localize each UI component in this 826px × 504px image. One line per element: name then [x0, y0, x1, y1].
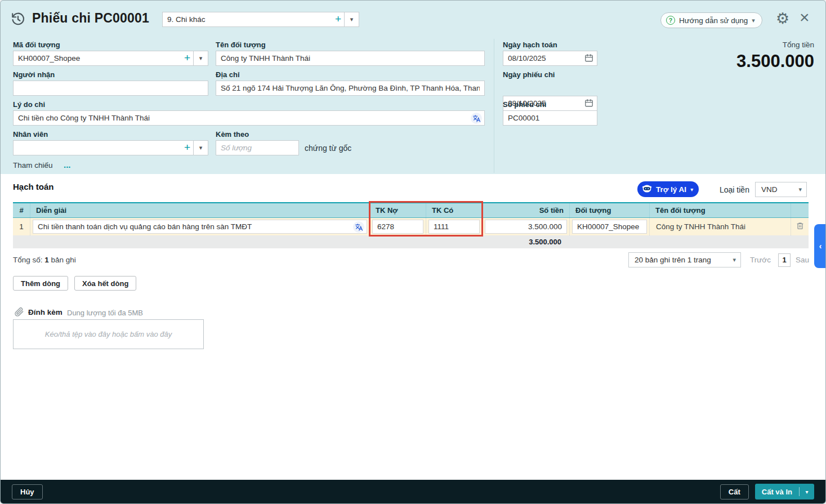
prev-page-button[interactable]: Trước — [750, 256, 771, 264]
col-debit-account-header: TK Nợ — [369, 203, 426, 217]
object-code-input[interactable] — [572, 220, 647, 234]
chevron-left-icon: ‹ — [819, 242, 822, 251]
paperclip-icon — [14, 306, 24, 319]
description-input[interactable] — [33, 220, 367, 234]
attached-docs-suffix: chứng từ gốc — [305, 144, 351, 153]
voucher-number-label: Số phiếu chi — [503, 100, 546, 109]
save-print-label: Cất và In — [755, 488, 799, 496]
table-header-row: # Diễn giải TK Nợ TK Có Số tiền Đối tượn… — [13, 202, 809, 218]
settings-icon[interactable]: ⚙ — [776, 11, 789, 26]
chevron-down-icon: ▾ — [798, 186, 802, 193]
record-count-value: 1 — [44, 256, 49, 264]
record-count: Tổng số: 1 bản ghi — [13, 256, 76, 264]
partner-name-label: Tên đối tượng — [216, 41, 266, 49]
table-total-row: 3.500.000 — [13, 235, 809, 248]
col-index-header: # — [13, 203, 30, 217]
debit-account-input[interactable] — [372, 220, 423, 234]
total-amount-value: 3.500.000 — [736, 51, 814, 72]
credit-account-input[interactable] — [428, 220, 480, 234]
delete-row-icon[interactable] — [796, 221, 805, 233]
next-page-button[interactable]: Sau — [796, 256, 809, 264]
receiver-input[interactable] — [13, 81, 208, 96]
record-count-label: Tổng số: — [13, 256, 43, 264]
voucher-number-input[interactable] — [503, 110, 597, 126]
current-page-box[interactable]: 1 — [778, 253, 791, 267]
object-name-text: Công ty TNHH Thành Thái — [652, 222, 745, 231]
voucher-type-input[interactable] — [162, 12, 345, 27]
calendar-icon[interactable] — [584, 99, 593, 110]
address-label: Địa chỉ — [216, 70, 240, 79]
attachment-hint: Dung lượng tối đa 5MB — [67, 309, 143, 317]
col-amount-header: Số tiền — [482, 203, 569, 217]
table-row: 1 Công ty TNHH Thành Thái — [13, 218, 809, 235]
question-icon: ? — [666, 16, 675, 25]
employee-dropdown-button[interactable]: ▾ — [194, 140, 208, 155]
partner-code-dropdown-button[interactable]: ▾ — [194, 51, 208, 66]
reference-more-link[interactable]: ... — [64, 160, 71, 170]
col-credit-account-header: TK Có — [426, 203, 482, 217]
attached-docs-label: Kèm theo — [216, 130, 249, 139]
add-partner-icon[interactable]: + — [184, 52, 190, 64]
translate-icon[interactable] — [471, 113, 482, 124]
partner-code-combo: + ▾ — [13, 51, 208, 66]
save-print-dropdown-icon[interactable]: ▾ — [800, 489, 814, 495]
add-employee-icon[interactable]: + — [184, 141, 190, 154]
chevron-down-icon: ▾ — [350, 16, 354, 23]
voucher-type-dropdown-button[interactable]: ▾ — [345, 12, 359, 27]
address-input[interactable] — [216, 81, 485, 96]
posting-date-label: Ngày hạch toán — [503, 41, 557, 49]
collapse-panel-tab[interactable]: ‹ — [814, 224, 826, 268]
page-size-value: 20 bản ghi trên 1 trang — [635, 256, 711, 264]
record-count-unit: bản ghi — [51, 256, 76, 264]
chevron-down-icon: ▾ — [199, 144, 203, 151]
accounting-table: # Diễn giải TK Nợ TK Có Số tiền Đối tượn… — [13, 202, 809, 248]
close-icon[interactable]: × — [800, 9, 810, 26]
posting-date-input[interactable] — [503, 51, 597, 66]
footer-bar: Hủy Cất Cất và In ▾ — [1, 480, 825, 503]
cancel-button[interactable]: Hủy — [12, 484, 43, 499]
add-row-button[interactable]: Thêm dòng — [13, 276, 68, 291]
employee-combo: + ▾ — [13, 140, 208, 155]
ai-assistant-label: Trợ lý AI — [656, 185, 686, 194]
payment-voucher-window: Phiếu chi PC00001 + ▾ ? Hướng dẫn sử dụn… — [0, 0, 826, 504]
chevron-down-icon: ▾ — [733, 256, 736, 264]
history-icon[interactable] — [11, 12, 25, 28]
chevron-down-icon: ▾ — [199, 55, 203, 62]
page-size-select[interactable]: 20 bản ghi trên 1 trang ▾ — [628, 252, 741, 267]
reason-input[interactable] — [13, 110, 485, 126]
attachment-label: Đính kèm — [28, 308, 62, 316]
col-object-name-header: Tên đối tượng — [649, 203, 791, 217]
translate-icon[interactable] — [353, 221, 364, 233]
add-voucher-type-icon[interactable]: + — [335, 13, 341, 25]
chevron-down-icon: ▾ — [752, 17, 755, 24]
total-amount-label: Tổng tiền — [783, 41, 814, 49]
row-index: 1 — [19, 222, 24, 231]
calendar-icon[interactable] — [584, 53, 593, 65]
page-title: Phiếu chi PC00001 — [32, 11, 149, 26]
employee-label: Nhân viên — [13, 130, 48, 139]
file-dropzone[interactable]: Kéo/thả tệp vào đây hoặc bấm vào đây — [13, 319, 204, 349]
reference-label: Tham chiếu — [13, 161, 53, 170]
save-print-button[interactable]: Cất và In ▾ — [755, 484, 814, 499]
voucher-date-label: Ngày phiếu chi — [503, 70, 555, 79]
currency-value: VND — [761, 185, 778, 194]
currency-select[interactable]: VND ▾ — [755, 182, 807, 197]
partner-name-input[interactable] — [216, 51, 485, 66]
partner-code-input[interactable] — [13, 51, 194, 66]
amount-input[interactable] — [485, 220, 567, 234]
partner-code-label: Mã đối tượng — [13, 41, 60, 49]
accounting-section-title: Hạch toán — [13, 182, 54, 191]
delete-all-rows-button[interactable]: Xóa hết dòng — [74, 276, 136, 291]
help-button-label: Hướng dẫn sử dụng — [679, 16, 748, 25]
robot-icon — [642, 184, 652, 195]
col-actions-header — [791, 203, 809, 217]
col-object-header: Đối tượng — [569, 203, 649, 217]
receiver-label: Người nhận — [13, 70, 55, 79]
help-button[interactable]: ? Hướng dẫn sử dụng ▾ — [660, 12, 762, 28]
save-button[interactable]: Cất — [720, 484, 749, 499]
reason-label: Lý do chi — [13, 100, 45, 109]
currency-label: Loại tiền — [720, 185, 749, 194]
ai-assistant-button[interactable]: Trợ lý AI ▾ — [637, 181, 699, 197]
attached-docs-input[interactable] — [216, 140, 299, 155]
employee-input[interactable] — [13, 140, 194, 155]
